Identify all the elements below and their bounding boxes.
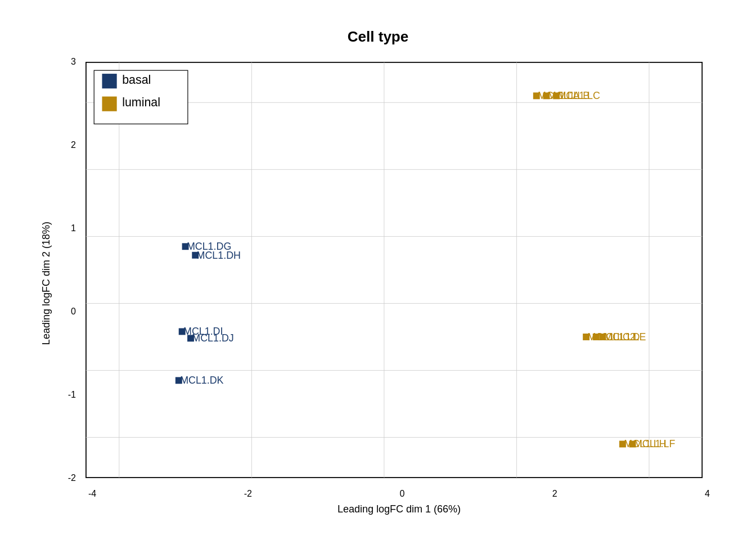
x-ticks: -4-2024	[83, 489, 716, 499]
plot-and-yaxis: 3210-1-2 basalluminalMCL1.DGMCL1.DHMCL1.…	[57, 51, 716, 515]
svg-text:MCL1.LH: MCL1.LH	[624, 438, 666, 449]
svg-rect-13	[102, 74, 116, 88]
plot-wrapper: 3210-1-2 basalluminalMCL1.DGMCL1.DHMCL1.…	[57, 51, 716, 515]
svg-rect-15	[102, 97, 116, 111]
y-tick: -1	[68, 390, 76, 400]
x-tick: -4	[88, 489, 96, 499]
y-tick: 1	[71, 223, 76, 233]
svg-text:MCL1.LE: MCL1.LE	[604, 331, 646, 343]
svg-text:MCL1.DJ: MCL1.DJ	[192, 332, 233, 344]
chart-title: Cell type	[348, 28, 408, 46]
y-ticks: 3210-1-2	[57, 51, 79, 489]
y-axis-label: Leading logFC dim 2 (18%)	[40, 222, 52, 345]
chart-area: Leading logFC dim 2 (18%) 3210-1-2 basal…	[40, 51, 716, 515]
y-tick: 2	[71, 140, 76, 150]
x-axis-area: -4-2024 Leading logFC dim 1 (66%)	[57, 489, 716, 515]
y-tick: 3	[71, 57, 76, 67]
chart-container: Cell type Leading logFC dim 2 (18%) 3210…	[40, 28, 716, 512]
x-tick: 4	[705, 489, 710, 499]
plot-svg-area: basalluminalMCL1.DGMCL1.DHMCL1.DIMCL1.DJ…	[79, 51, 716, 489]
x-tick: 2	[552, 489, 557, 499]
svg-text:MCL1.DH: MCL1.DH	[197, 250, 241, 261]
x-axis-label: Leading logFC dim 1 (66%)	[338, 503, 461, 515]
svg-text:basal: basal	[122, 73, 151, 87]
svg-rect-0	[86, 62, 702, 478]
svg-text:MCL1.DK: MCL1.DK	[180, 375, 223, 386]
x-tick: 0	[399, 489, 404, 499]
svg-text:luminal: luminal	[122, 96, 160, 109]
svg-text:MCL1.LC: MCL1.LC	[557, 90, 600, 101]
plot-svg: basalluminalMCL1.DGMCL1.DHMCL1.DIMCL1.DJ…	[79, 51, 716, 489]
y-tick: -2	[68, 473, 76, 483]
x-tick: -2	[244, 489, 252, 499]
y-tick: 0	[71, 307, 76, 317]
